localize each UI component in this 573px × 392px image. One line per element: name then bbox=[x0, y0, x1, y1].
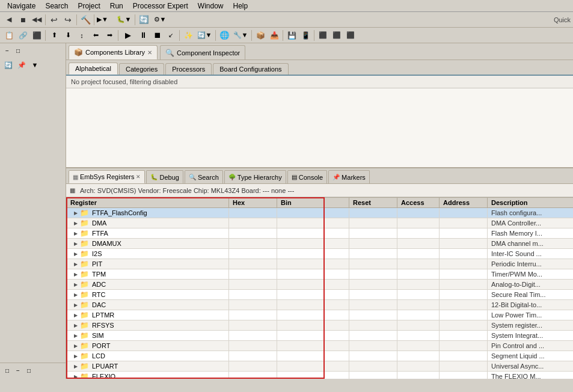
toolbar-btn-3[interactable]: ◀◀ bbox=[30, 13, 43, 26]
toolbar-run[interactable]: ▶▼ bbox=[96, 13, 114, 26]
table-row[interactable]: ▶ 📁 DMA DMA Controller... bbox=[67, 218, 574, 228]
table-row[interactable]: ▶ 📁 DAC 12-Bit Digital-to... bbox=[67, 300, 574, 310]
toolbar2-pkg2[interactable]: 📥 bbox=[268, 29, 281, 42]
toolbar2-step-into[interactable]: ↙ bbox=[164, 29, 177, 42]
tree-arrow-icon[interactable]: ▶ bbox=[74, 333, 78, 338]
tree-arrow-icon[interactable]: ▶ bbox=[74, 374, 78, 379]
sidebar-icon3[interactable]: ▼ bbox=[29, 59, 41, 71]
table-row[interactable]: ▶ 📁 LPUART Universal Async... bbox=[67, 361, 574, 372]
table-row[interactable]: ▶ 📁 TPM Timer/PWM Mo... bbox=[67, 269, 574, 280]
toolbar2-arr3[interactable]: ⬛ bbox=[344, 29, 357, 42]
menu-window[interactable]: Window bbox=[193, 2, 228, 10]
sidebar-bottom-btn1[interactable]: − bbox=[13, 366, 23, 375]
menu-processor-expert[interactable]: Processor Expert bbox=[128, 2, 193, 10]
table-row[interactable]: ▶ 📁 RFSYS System register... bbox=[67, 320, 574, 331]
table-row[interactable]: ▶ 📁 FLEXIO The FLEXIO M... bbox=[67, 372, 574, 379]
tree-arrow-icon[interactable]: ▶ bbox=[74, 272, 78, 277]
sidebar-icon1[interactable]: 🔄 bbox=[2, 59, 14, 71]
tree-arrow-icon[interactable]: ▶ bbox=[74, 262, 78, 267]
tree-arrow-icon[interactable]: ▶ bbox=[74, 292, 78, 298]
tab-markers[interactable]: 📌 Markers bbox=[328, 170, 370, 183]
tab-embsys-registers[interactable]: ▦ EmbSys Registers ✕ bbox=[69, 170, 145, 183]
tab-component-inspector[interactable]: 🔍 Component Inspector bbox=[160, 45, 245, 60]
table-row[interactable]: ▶ 📁 PIT Periodic Interru... bbox=[67, 259, 574, 269]
tab-debug[interactable]: 🐛 Debug bbox=[146, 170, 183, 183]
sub-tab-alphabetical[interactable]: Alphabetical bbox=[69, 63, 118, 75]
toolbar-btn-1[interactable]: ◀ bbox=[2, 13, 16, 26]
search-tab-icon: 🔍 bbox=[189, 174, 196, 180]
toolbar2-btn-3[interactable]: ⬛ bbox=[30, 29, 43, 42]
tree-arrow-icon[interactable]: ▶ bbox=[74, 210, 78, 216]
sidebar-expand-btn[interactable]: □ bbox=[13, 46, 23, 55]
sidebar-icon2[interactable]: 📌 bbox=[16, 59, 28, 71]
sidebar-bottom-collapse[interactable]: □ bbox=[2, 366, 12, 375]
menu-project[interactable]: Project bbox=[73, 2, 105, 10]
tab-components-library[interactable]: 📦 Components Library ✕ bbox=[69, 45, 158, 60]
table-row[interactable]: ▶ 📁 LCD Segment Liquid ... bbox=[67, 351, 574, 361]
toolbar2-pkg[interactable]: 📦 bbox=[254, 29, 267, 42]
table-row[interactable]: ▶ 📁 FTFA Flash Memory I... bbox=[67, 228, 574, 239]
toolbar2-btn-2[interactable]: 🔗 bbox=[16, 29, 29, 42]
folder-icon: 📁 bbox=[80, 250, 89, 258]
tree-arrow-icon[interactable]: ▶ bbox=[74, 354, 78, 359]
table-row[interactable]: ▶ 📁 LPTMR Low Power Tim... bbox=[67, 310, 574, 320]
sidebar-collapse-btn[interactable]: − bbox=[2, 46, 12, 55]
toolbar2-btn-5[interactable]: ⬇ bbox=[61, 29, 75, 42]
sub-tab-categories[interactable]: Categories bbox=[119, 63, 164, 75]
sub-tab-processors[interactable]: Processors bbox=[165, 63, 212, 75]
table-row[interactable]: ▶ 📁 I2S Inter-IC Sound ... bbox=[67, 249, 574, 259]
toolbar2-run2[interactable]: ▶ bbox=[120, 29, 136, 42]
tree-arrow-icon[interactable]: ▶ bbox=[74, 282, 78, 287]
tree-arrow-icon[interactable]: ▶ bbox=[74, 302, 78, 308]
toolbar2-pause[interactable]: ⏸ bbox=[136, 29, 150, 42]
toolbar2-btn-4[interactable]: ⬆ bbox=[47, 29, 61, 42]
sidebar-bottom-btn2[interactable]: □ bbox=[24, 366, 34, 375]
tree-arrow-icon[interactable]: ▶ bbox=[74, 323, 78, 328]
tree-arrow-icon[interactable]: ▶ bbox=[74, 313, 78, 318]
tree-arrow-icon[interactable]: ▶ bbox=[74, 231, 78, 236]
toolbar2-arr1[interactable]: ⬛ bbox=[316, 29, 329, 42]
toolbar-refresh[interactable]: 🔄 bbox=[137, 13, 150, 26]
toolbar2-arr2[interactable]: ⬛ bbox=[330, 29, 343, 42]
toolbar2-extra2[interactable]: 🔄▼ bbox=[195, 29, 213, 42]
tab-type-hierarchy[interactable]: 🌳 Type Hierarchy bbox=[224, 170, 286, 183]
register-hex-cell bbox=[229, 331, 277, 341]
tree-arrow-icon[interactable]: ▶ bbox=[74, 221, 78, 226]
toolbar-btn-5[interactable]: ↪ bbox=[61, 13, 75, 26]
toolbar2-chip[interactable]: 💾 bbox=[285, 29, 298, 42]
toolbar2-btn-6[interactable]: ↕ bbox=[75, 29, 88, 42]
toolbar2-stop[interactable]: ⏹ bbox=[150, 29, 164, 42]
tab-search[interactable]: 🔍 Search bbox=[185, 170, 223, 183]
toolbar-build[interactable]: 🔨 bbox=[79, 13, 92, 26]
embsys-close-icon[interactable]: ✕ bbox=[136, 174, 141, 180]
table-row[interactable]: ▶ 📁 PORT Pin Control and ... bbox=[67, 341, 574, 351]
sub-tab-board-configurations[interactable]: Board Configurations bbox=[213, 63, 288, 75]
tab-console[interactable]: ▤ Console bbox=[287, 170, 327, 183]
toolbar-settings[interactable]: ⚙▼ bbox=[151, 13, 169, 26]
toolbar-debug[interactable]: 🐛▼ bbox=[115, 13, 133, 26]
menu-navigate[interactable]: Navigate bbox=[2, 2, 40, 10]
toolbar2-btn-7[interactable]: ⬅ bbox=[89, 29, 102, 42]
table-row[interactable]: ▶ 📁 FTFA_FlashConfig Flash configura... bbox=[67, 208, 574, 218]
tree-arrow-icon[interactable]: ▶ bbox=[74, 241, 78, 247]
table-row[interactable]: ▶ 📁 DMAMUX DMA channel m... bbox=[67, 239, 574, 249]
tree-arrow-icon[interactable]: ▶ bbox=[74, 251, 78, 257]
toolbar2-btn-8[interactable]: ➡ bbox=[103, 29, 116, 42]
menu-run[interactable]: Run bbox=[105, 2, 128, 10]
tree-arrow-icon[interactable]: ▶ bbox=[74, 364, 78, 369]
toolbar2-extra3[interactable]: 🌐 bbox=[218, 29, 231, 42]
tab-components-library-close[interactable]: ✕ bbox=[147, 49, 152, 56]
toolbar2-extra1[interactable]: ✨ bbox=[182, 29, 195, 42]
menu-search[interactable]: Search bbox=[40, 2, 73, 10]
register-name-cell: ▶ 📁 PIT bbox=[67, 259, 229, 269]
toolbar2-extra4[interactable]: 🔧▼ bbox=[231, 29, 250, 42]
toolbar2-chip2[interactable]: 📱 bbox=[299, 29, 312, 42]
toolbar-btn-2[interactable]: ⏹ bbox=[16, 13, 29, 26]
table-row[interactable]: ▶ 📁 ADC Analog-to-Digit... bbox=[67, 280, 574, 290]
toolbar-btn-4[interactable]: ↩ bbox=[47, 13, 61, 26]
toolbar2-btn-1[interactable]: 📋 bbox=[2, 29, 16, 42]
table-row[interactable]: ▶ 📁 RTC Secure Real Tim... bbox=[67, 290, 574, 300]
menu-help[interactable]: Help bbox=[228, 2, 253, 10]
tree-arrow-icon[interactable]: ▶ bbox=[74, 343, 78, 349]
table-row[interactable]: ▶ 📁 SIM System Integrat... bbox=[67, 331, 574, 341]
